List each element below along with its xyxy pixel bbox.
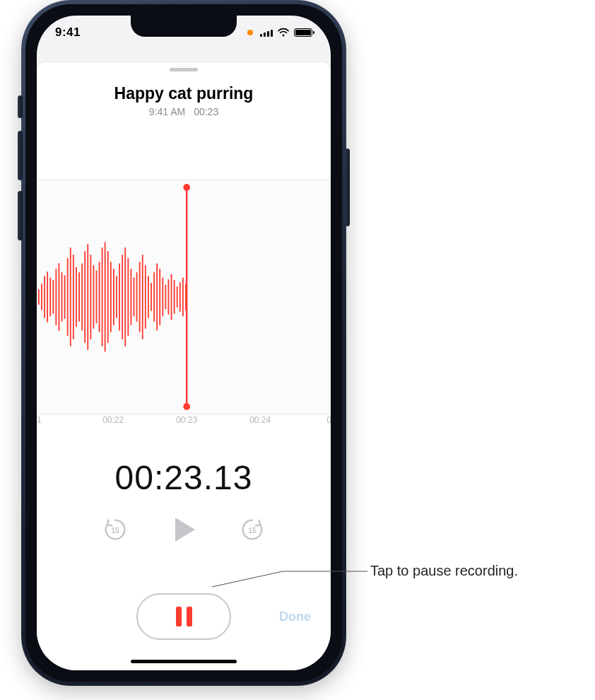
- status-icons: [247, 28, 312, 37]
- wifi-icon: [277, 28, 290, 37]
- cellular-icon: [260, 28, 273, 37]
- battery-icon: [294, 28, 312, 37]
- status-time: 9:41: [55, 25, 81, 40]
- callout-pause-label: Tap to pause recording.: [370, 563, 518, 579]
- notch: [131, 16, 237, 37]
- recording-indicator-icon: [247, 30, 253, 35]
